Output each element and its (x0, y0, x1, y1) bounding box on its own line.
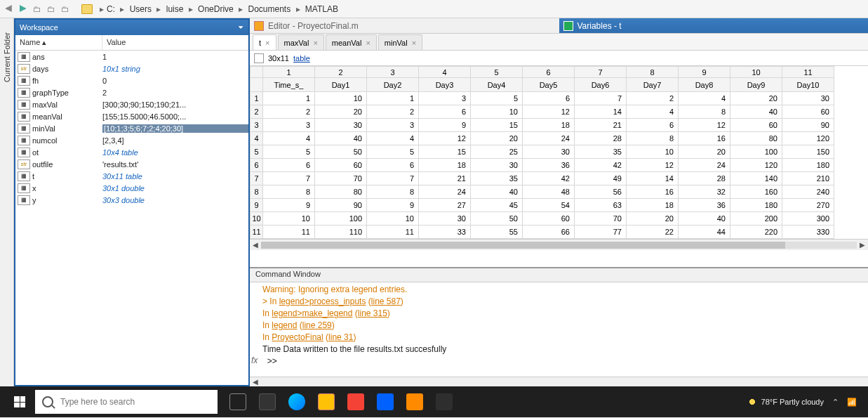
breadcrumb-item[interactable]: MATLAB (305, 4, 338, 14)
grid-cell[interactable]: 60 (730, 119, 782, 132)
grid-cell[interactable]: 8 (367, 185, 419, 199)
grid-cell[interactable]: 6 (367, 159, 419, 172)
breadcrumb-item[interactable]: C: (107, 4, 115, 14)
grid-cell[interactable]: 9 (263, 199, 315, 212)
grid-cell[interactable]: 70 (575, 212, 627, 226)
grid-cell[interactable]: 5 (367, 145, 419, 159)
workspace-row[interactable]: strdays10x1 string (15, 63, 248, 74)
grid-row-num[interactable]: 10 (251, 212, 263, 226)
folder-icon[interactable] (81, 4, 93, 14)
grid-cell[interactable]: 35 (471, 172, 523, 185)
grid-col-name[interactable]: Time_s_ (263, 78, 315, 92)
grid-col-name[interactable]: Day10 (782, 78, 834, 92)
grid-cell[interactable]: 10 (627, 145, 679, 159)
grid-cell[interactable]: 30 (471, 159, 523, 172)
workspace-row[interactable]: stroutfile'results.txt' (15, 158, 248, 170)
grid-cell[interactable]: 180 (782, 159, 834, 172)
workspace-row[interactable]: ▦ot10x4 table (15, 146, 248, 158)
grid-cell[interactable]: 28 (679, 172, 730, 185)
grid-row-num[interactable]: 1 (251, 92, 263, 105)
grid-cell[interactable]: 16 (627, 185, 679, 199)
grid-col-name[interactable]: Day8 (679, 78, 730, 92)
grid-cell[interactable]: 160 (730, 185, 782, 199)
grid-cell[interactable]: 200 (730, 212, 782, 226)
grid-cell[interactable]: 120 (782, 132, 834, 145)
grid-cell[interactable]: 240 (782, 185, 834, 199)
grid-row-num[interactable]: 4 (251, 132, 263, 145)
grid-cell[interactable]: 20 (315, 105, 367, 119)
task-view-button[interactable] (223, 386, 253, 417)
cmd-prompt[interactable]: >> (262, 355, 861, 367)
workspace-row[interactable]: ▦minVal[10;1;3;5;6;7;2;4;20;30] (15, 122, 248, 134)
grid-col-name[interactable]: Day3 (419, 78, 471, 92)
grid-cell[interactable]: 40 (679, 212, 730, 226)
taskbar-app-1[interactable] (253, 386, 282, 417)
grid-cell[interactable]: 10 (471, 105, 523, 119)
grid-cell[interactable]: 140 (730, 172, 782, 185)
grid-cell[interactable]: 54 (523, 199, 575, 212)
workspace-row[interactable]: ▦maxVal[300;30;90;150;190;21... (15, 98, 248, 110)
folder-new-icon[interactable]: 🗀 (59, 3, 72, 15)
grid-cell[interactable]: 28 (575, 132, 627, 145)
grid-cell[interactable]: 24 (419, 185, 471, 199)
grid-cell[interactable]: 42 (523, 172, 575, 185)
ws-col-name[interactable]: Name ▴ (15, 35, 102, 50)
grid-cell[interactable]: 21 (419, 172, 471, 185)
grid-cell[interactable]: 14 (627, 172, 679, 185)
grid-cell[interactable]: 1 (367, 92, 419, 105)
grid-cell[interactable]: 90 (782, 119, 834, 132)
folder-up-icon[interactable]: 🗀 (45, 3, 58, 15)
grid-cell[interactable]: 3 (419, 92, 471, 105)
grid-cell[interactable]: 220 (730, 226, 782, 239)
workspace-row[interactable]: ▦x30x1 double (15, 182, 248, 194)
grid-cell[interactable]: 8 (627, 132, 679, 145)
grid-row-num[interactable]: 8 (251, 185, 263, 199)
breadcrumb-item[interactable]: luise (166, 4, 184, 14)
grid-cell[interactable]: 8 (679, 105, 730, 119)
grid-col-num[interactable]: 6 (523, 67, 575, 78)
tab-close-icon[interactable]: × (313, 39, 317, 47)
grid-cell[interactable]: 6 (523, 92, 575, 105)
grid-row-num[interactable]: 2 (251, 105, 263, 119)
grid-cell[interactable]: 210 (782, 172, 834, 185)
grid-cell[interactable]: 63 (575, 199, 627, 212)
grid-cell[interactable]: 4 (263, 132, 315, 145)
grid-cell[interactable]: 36 (679, 199, 730, 212)
tab-close-icon[interactable]: × (412, 39, 416, 47)
fx-icon[interactable]: fx (251, 355, 258, 367)
grid-cell[interactable]: 32 (679, 185, 730, 199)
tab-close-icon[interactable]: × (366, 39, 370, 47)
workspace-row[interactable]: ▦fh0 (15, 74, 248, 86)
grid-cell[interactable]: 56 (575, 185, 627, 199)
grid-cell[interactable]: 30 (782, 92, 834, 105)
grid-col-name[interactable]: Day7 (627, 78, 679, 92)
grid-cell[interactable]: 7 (263, 172, 315, 185)
grid-cell[interactable]: 30 (315, 119, 367, 132)
grid-cell[interactable]: 42 (575, 159, 627, 172)
grid-cell[interactable]: 330 (782, 226, 834, 239)
grid-cell[interactable]: 70 (315, 172, 367, 185)
forward-arrow-icon[interactable]: ⯈ (17, 3, 29, 15)
editor-titlebar[interactable]: Editor - ProyectoFinal.m (250, 18, 559, 33)
grid-cell[interactable]: 77 (575, 226, 627, 239)
grid-cell[interactable]: 66 (523, 226, 575, 239)
reload-icon[interactable]: 🗀 (31, 3, 44, 15)
grid-col-name[interactable]: Day2 (367, 78, 419, 92)
grid-cell[interactable]: 40 (730, 105, 782, 119)
grid-cell[interactable]: 60 (523, 212, 575, 226)
grid-cell[interactable]: 180 (730, 199, 782, 212)
grid-cell[interactable]: 11 (367, 226, 419, 239)
tray-chevron-icon[interactable]: ⌃ (832, 398, 839, 407)
taskbar-app-2[interactable] (282, 386, 312, 417)
workspace-row[interactable]: ▦graphType2 (15, 86, 248, 98)
grid-cell[interactable]: 30 (523, 145, 575, 159)
grid-cell[interactable]: 20 (679, 145, 730, 159)
grid-col-num[interactable]: 3 (367, 67, 419, 78)
grid-cell[interactable]: 100 (730, 145, 782, 159)
grid-cell[interactable]: 120 (730, 159, 782, 172)
grid-row-num[interactable]: 7 (251, 172, 263, 185)
scroll-right-icon[interactable]: ▶ (860, 241, 865, 249)
grid-cell[interactable]: 7 (575, 92, 627, 105)
grid-row-num[interactable]: 3 (251, 119, 263, 132)
grid-row-num[interactable]: 6 (251, 159, 263, 172)
